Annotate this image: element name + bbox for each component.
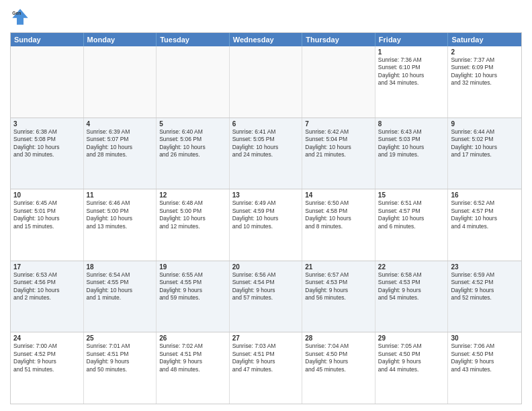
- day-info: Sunrise: 6:49 AM Sunset: 4:59 PM Dayligh…: [232, 199, 300, 230]
- day-info: Sunrise: 6:45 AM Sunset: 5:01 PM Dayligh…: [13, 199, 81, 230]
- cal-cell: 15Sunrise: 6:51 AM Sunset: 4:57 PM Dayli…: [375, 189, 449, 261]
- day-number: 18: [87, 263, 154, 271]
- cal-cell: 30Sunrise: 7:06 AM Sunset: 4:50 PM Dayli…: [448, 332, 521, 404]
- weekday-header-tuesday: Tuesday: [157, 33, 230, 46]
- day-info: Sunrise: 7:00 AM Sunset: 4:52 PM Dayligh…: [13, 342, 81, 373]
- day-info: Sunrise: 7:37 AM Sunset: 6:09 PM Dayligh…: [451, 56, 519, 87]
- cal-cell: 24Sunrise: 7:00 AM Sunset: 4:52 PM Dayli…: [11, 332, 84, 404]
- cal-cell: 1Sunrise: 7:36 AM Sunset: 6:10 PM Daylig…: [375, 46, 449, 118]
- weekday-header-friday: Friday: [375, 33, 449, 46]
- cal-cell: [302, 46, 375, 118]
- day-number: 30: [451, 334, 519, 342]
- cal-cell: 4Sunrise: 6:39 AM Sunset: 5:07 PM Daylig…: [84, 118, 157, 189]
- cal-cell: 13Sunrise: 6:49 AM Sunset: 4:59 PM Dayli…: [230, 189, 303, 261]
- day-info: Sunrise: 6:46 AM Sunset: 5:00 PM Dayligh…: [87, 199, 154, 230]
- cal-cell: 26Sunrise: 7:02 AM Sunset: 4:51 PM Dayli…: [157, 332, 230, 404]
- cal-cell: 29Sunrise: 7:05 AM Sunset: 4:50 PM Dayli…: [375, 332, 449, 404]
- day-number: 12: [159, 191, 226, 199]
- calendar-row-4: 17Sunrise: 6:53 AM Sunset: 4:56 PM Dayli…: [11, 261, 521, 333]
- day-info: Sunrise: 6:54 AM Sunset: 4:55 PM Dayligh…: [87, 271, 154, 302]
- cal-cell: 9Sunrise: 6:44 AM Sunset: 5:02 PM Daylig…: [448, 118, 521, 189]
- day-info: Sunrise: 6:38 AM Sunset: 5:08 PM Dayligh…: [13, 128, 81, 159]
- weekday-header-wednesday: Wednesday: [230, 33, 303, 46]
- day-info: Sunrise: 6:44 AM Sunset: 5:02 PM Dayligh…: [451, 128, 519, 159]
- day-info: Sunrise: 7:36 AM Sunset: 6:10 PM Dayligh…: [378, 56, 445, 87]
- weekday-header-saturday: Saturday: [448, 33, 521, 46]
- day-number: 26: [159, 334, 226, 342]
- day-info: Sunrise: 6:57 AM Sunset: 4:53 PM Dayligh…: [305, 271, 372, 302]
- day-info: Sunrise: 6:53 AM Sunset: 4:56 PM Dayligh…: [13, 271, 81, 302]
- cal-cell: 27Sunrise: 7:03 AM Sunset: 4:51 PM Dayli…: [230, 332, 303, 404]
- cal-cell: [11, 46, 84, 118]
- day-number: 6: [232, 120, 300, 128]
- calendar-row-5: 24Sunrise: 7:00 AM Sunset: 4:52 PM Dayli…: [11, 332, 521, 404]
- cal-cell: 3Sunrise: 6:38 AM Sunset: 5:08 PM Daylig…: [11, 118, 84, 189]
- day-info: Sunrise: 6:56 AM Sunset: 4:54 PM Dayligh…: [232, 271, 300, 302]
- logo: Gen: [10, 7, 33, 27]
- day-info: Sunrise: 6:39 AM Sunset: 5:07 PM Dayligh…: [87, 128, 154, 159]
- day-info: Sunrise: 7:06 AM Sunset: 4:50 PM Dayligh…: [451, 342, 519, 373]
- cal-cell: [157, 46, 230, 118]
- day-info: Sunrise: 6:51 AM Sunset: 4:57 PM Dayligh…: [378, 199, 445, 230]
- cal-cell: 6Sunrise: 6:41 AM Sunset: 5:05 PM Daylig…: [230, 118, 303, 189]
- day-info: Sunrise: 6:48 AM Sunset: 5:00 PM Dayligh…: [159, 199, 226, 230]
- calendar-header: SundayMondayTuesdayWednesdayThursdayFrid…: [11, 33, 521, 46]
- calendar-row-2: 3Sunrise: 6:38 AM Sunset: 5:08 PM Daylig…: [11, 118, 521, 190]
- day-info: Sunrise: 6:43 AM Sunset: 5:03 PM Dayligh…: [378, 128, 445, 159]
- day-number: 15: [378, 191, 445, 199]
- calendar-row-1: 1Sunrise: 7:36 AM Sunset: 6:10 PM Daylig…: [11, 46, 521, 118]
- cal-cell: 21Sunrise: 6:57 AM Sunset: 4:53 PM Dayli…: [302, 261, 375, 332]
- cal-cell: 23Sunrise: 6:59 AM Sunset: 4:52 PM Dayli…: [448, 261, 521, 332]
- day-number: 13: [232, 191, 300, 199]
- day-number: 11: [87, 191, 154, 199]
- day-info: Sunrise: 6:52 AM Sunset: 4:57 PM Dayligh…: [451, 199, 519, 230]
- cal-cell: 17Sunrise: 6:53 AM Sunset: 4:56 PM Dayli…: [11, 261, 84, 332]
- day-info: Sunrise: 6:58 AM Sunset: 4:53 PM Dayligh…: [378, 271, 445, 302]
- cal-cell: 10Sunrise: 6:45 AM Sunset: 5:01 PM Dayli…: [11, 189, 84, 261]
- day-number: 21: [305, 263, 372, 271]
- day-number: 3: [13, 120, 81, 128]
- weekday-header-thursday: Thursday: [302, 33, 375, 46]
- svg-text:Gen: Gen: [12, 11, 21, 15]
- cal-cell: [230, 46, 303, 118]
- day-info: Sunrise: 7:05 AM Sunset: 4:50 PM Dayligh…: [378, 342, 445, 373]
- day-info: Sunrise: 7:04 AM Sunset: 4:50 PM Dayligh…: [305, 342, 372, 373]
- cal-cell: 7Sunrise: 6:42 AM Sunset: 5:04 PM Daylig…: [302, 118, 375, 189]
- weekday-header-sunday: Sunday: [11, 33, 84, 46]
- day-info: Sunrise: 7:02 AM Sunset: 4:51 PM Dayligh…: [159, 342, 226, 373]
- day-info: Sunrise: 6:42 AM Sunset: 5:04 PM Dayligh…: [305, 128, 372, 159]
- day-number: 4: [87, 120, 154, 128]
- day-number: 25: [87, 334, 154, 342]
- weekday-header-monday: Monday: [84, 33, 157, 46]
- calendar-body: 1Sunrise: 7:36 AM Sunset: 6:10 PM Daylig…: [11, 46, 521, 404]
- cal-cell: 16Sunrise: 6:52 AM Sunset: 4:57 PM Dayli…: [448, 189, 521, 261]
- cal-cell: 28Sunrise: 7:04 AM Sunset: 4:50 PM Dayli…: [302, 332, 375, 404]
- day-number: 20: [232, 263, 300, 271]
- day-number: 9: [451, 120, 519, 128]
- day-number: 23: [451, 263, 519, 271]
- day-info: Sunrise: 6:59 AM Sunset: 4:52 PM Dayligh…: [451, 271, 519, 302]
- cal-cell: 25Sunrise: 7:01 AM Sunset: 4:51 PM Dayli…: [84, 332, 157, 404]
- cal-cell: 12Sunrise: 6:48 AM Sunset: 5:00 PM Dayli…: [157, 189, 230, 261]
- day-number: 7: [305, 120, 372, 128]
- day-info: Sunrise: 6:50 AM Sunset: 4:58 PM Dayligh…: [305, 199, 372, 230]
- header: Gen: [10, 7, 522, 27]
- cal-cell: [84, 46, 157, 118]
- page: Gen SundayMondayTuesdayWednesdayThursday…: [0, 0, 532, 411]
- day-number: 14: [305, 191, 372, 199]
- cal-cell: 11Sunrise: 6:46 AM Sunset: 5:00 PM Dayli…: [84, 189, 157, 261]
- cal-cell: 20Sunrise: 6:56 AM Sunset: 4:54 PM Dayli…: [230, 261, 303, 332]
- day-number: 22: [378, 263, 445, 271]
- day-info: Sunrise: 6:41 AM Sunset: 5:05 PM Dayligh…: [232, 128, 300, 159]
- day-number: 28: [305, 334, 372, 342]
- day-number: 8: [378, 120, 445, 128]
- day-number: 1: [378, 48, 445, 56]
- calendar: SundayMondayTuesdayWednesdayThursdayFrid…: [10, 32, 522, 404]
- day-info: Sunrise: 6:55 AM Sunset: 4:55 PM Dayligh…: [159, 271, 226, 302]
- day-number: 2: [451, 48, 519, 56]
- day-info: Sunrise: 6:40 AM Sunset: 5:06 PM Dayligh…: [159, 128, 226, 159]
- day-number: 5: [159, 120, 226, 128]
- day-number: 27: [232, 334, 300, 342]
- cal-cell: 18Sunrise: 6:54 AM Sunset: 4:55 PM Dayli…: [84, 261, 157, 332]
- day-number: 24: [13, 334, 81, 342]
